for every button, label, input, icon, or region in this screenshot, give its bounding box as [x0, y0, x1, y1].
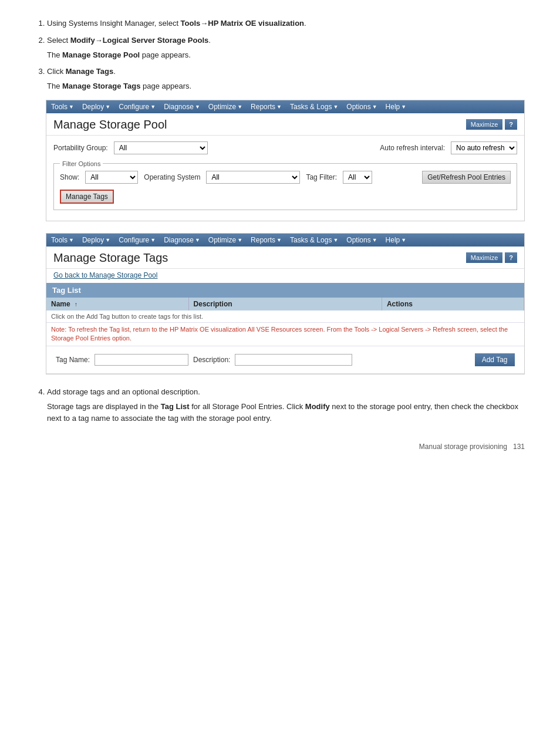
description-input[interactable] — [235, 354, 352, 366]
tag-filter-select[interactable]: All — [343, 171, 372, 184]
footer: Manual storage provisioning 131 — [35, 443, 525, 451]
toolbar2-diagnose[interactable]: Diagnose ▼ — [164, 236, 200, 244]
tag-name-input[interactable] — [95, 354, 188, 366]
toolbar-tools[interactable]: Tools ▼ — [51, 103, 74, 111]
note-row: Note: To refresh the Tag list, return to… — [46, 322, 524, 346]
toolbar-options[interactable]: Options ▼ — [346, 103, 377, 111]
col-name: Name ↑ — [46, 298, 188, 310]
maximize-button-2[interactable]: Maximize — [466, 252, 502, 263]
panel2-header: Manage Storage Tags Maximize ? — [46, 247, 524, 269]
filter-legend: Filter Options — [60, 160, 103, 167]
step2-bold2: Logical Server Storage Pools — [103, 36, 209, 45]
desc-label: Description: — [193, 356, 230, 364]
auto-refresh-label: Auto refresh interval: — [380, 144, 445, 152]
panel1-actions: Maximize ? — [466, 119, 517, 130]
toolbar2-optimize[interactable]: Optimize ▼ — [208, 236, 242, 244]
step-2: Select Modify→Logical Server Storage Poo… — [47, 35, 525, 62]
toolbar2-options[interactable]: Options ▼ — [346, 236, 377, 244]
back-link[interactable]: Go back to Manage Storage Pool — [46, 269, 524, 283]
portability-group-select[interactable]: All — [114, 141, 208, 154]
step1-bold2: HP Matrix OE visualization — [208, 19, 304, 28]
help-button-1[interactable]: ? — [505, 119, 517, 130]
toolbar-tasks-logs[interactable]: Tasks & Logs ▼ — [290, 103, 338, 111]
step4-sub: Storage tags are displayed in the Tag Li… — [47, 401, 525, 426]
toolbar-diagnose[interactable]: Diagnose ▼ — [164, 103, 200, 111]
step3-text: Click — [47, 67, 66, 76]
footer-text: Manual storage provisioning — [419, 443, 507, 451]
manage-storage-tags-panel: Tools ▼ Deploy ▼ Configure ▼ Diagnose ▼ … — [46, 233, 525, 374]
add-tag-button[interactable]: Add Tag — [475, 353, 515, 366]
instructions: Using Systems Insight Manager, select To… — [35, 18, 525, 425]
get-refresh-button[interactable]: Get/Refresh Pool Entries — [422, 171, 511, 184]
toolbar-optimize[interactable]: Optimize ▼ — [208, 103, 242, 111]
filter-options-fieldset: Filter Options Show: All Operating Syste… — [53, 160, 517, 210]
toolbar2-deploy[interactable]: Deploy ▼ — [82, 236, 110, 244]
filter-row: Show: All Operating System All Tag Filte… — [60, 171, 511, 204]
info-text: Click on the Add Tag button to create ta… — [46, 310, 524, 323]
show-select[interactable]: All — [85, 171, 138, 184]
tag-table-header-row: Name ↑ Description Actions — [46, 298, 524, 310]
maximize-button-1[interactable]: Maximize — [466, 119, 502, 130]
tag-filter-label: Tag Filter: — [306, 173, 337, 181]
panel2-actions: Maximize ? — [466, 252, 517, 263]
portability-group-label: Portability Group: — [53, 144, 108, 152]
panel1-title: Manage Storage Pool — [53, 118, 167, 131]
manage-tags-button[interactable]: Manage Tags — [60, 190, 114, 204]
step4-text: Add storage tags and an optional descrip… — [47, 387, 200, 396]
toolbar2-reports[interactable]: Reports ▼ — [251, 236, 282, 244]
step-4: Add storage tags and an optional descrip… — [47, 386, 525, 425]
tag-list-header: Tag List — [46, 283, 524, 298]
toolbar-configure[interactable]: Configure ▼ — [119, 103, 156, 111]
os-select[interactable]: All — [206, 171, 300, 184]
step3-bold: Manage Tags — [66, 67, 113, 76]
os-label: Operating System — [144, 173, 200, 181]
toolbar-deploy[interactable]: Deploy ▼ — [82, 103, 110, 111]
panel1-body: Portability Group: All Auto refresh inte… — [46, 136, 524, 221]
step1-text: Using Systems Insight Manager, select — [47, 19, 181, 28]
toolbar2-help[interactable]: Help ▼ — [386, 236, 407, 244]
toolbar2-configure[interactable]: Configure ▼ — [119, 236, 156, 244]
panel1-header: Manage Storage Pool Maximize ? — [46, 113, 524, 136]
add-tag-row-tr: Tag Name: Description: Add Tag — [46, 346, 524, 373]
step-3: Click Manage Tags. The Manage Storage Ta… — [47, 66, 525, 93]
toolbar2-tools[interactable]: Tools ▼ — [51, 236, 74, 244]
footer-page: 131 — [513, 443, 525, 451]
toolbar2-tasks-logs[interactable]: Tasks & Logs ▼ — [290, 236, 338, 244]
toolbar-help[interactable]: Help ▼ — [386, 103, 407, 111]
manage-storage-pool-panel: Tools ▼ Deploy ▼ Configure ▼ Diagnose ▼ … — [46, 100, 525, 221]
info-row: Click on the Add Tag button to create ta… — [46, 310, 524, 323]
portability-group-row: Portability Group: All Auto refresh inte… — [53, 141, 517, 154]
help-button-2[interactable]: ? — [505, 252, 517, 263]
tag-table: Name ↑ Description Actions Click on the … — [46, 298, 524, 374]
tag-name-label: Tag Name: — [56, 356, 90, 364]
step-1: Using Systems Insight Manager, select To… — [47, 18, 525, 30]
add-tag-row: Tag Name: Description: Add Tag — [51, 349, 519, 371]
note-text: Note: To refresh the Tag list, return to… — [46, 322, 524, 346]
toolbar-1: Tools ▼ Deploy ▼ Configure ▼ Diagnose ▼ … — [46, 100, 524, 113]
toolbar-reports[interactable]: Reports ▼ — [251, 103, 282, 111]
step2-text: Select — [47, 36, 70, 45]
step1-bold1: Tools — [181, 19, 201, 28]
auto-refresh-select[interactable]: No auto refresh — [451, 141, 517, 154]
col-actions: Actions — [382, 298, 524, 310]
toolbar-2: Tools ▼ Deploy ▼ Configure ▼ Diagnose ▼ … — [46, 234, 524, 247]
step2-bold1: Modify — [70, 36, 95, 45]
panel2-title: Manage Storage Tags — [53, 251, 168, 265]
step3-sub: The Manage Storage Tags page appears. — [47, 80, 525, 93]
show-label: Show: — [60, 173, 79, 181]
col-desc: Description — [188, 298, 382, 310]
step2-sub: The Manage Storage Pool page appears. — [47, 49, 525, 62]
